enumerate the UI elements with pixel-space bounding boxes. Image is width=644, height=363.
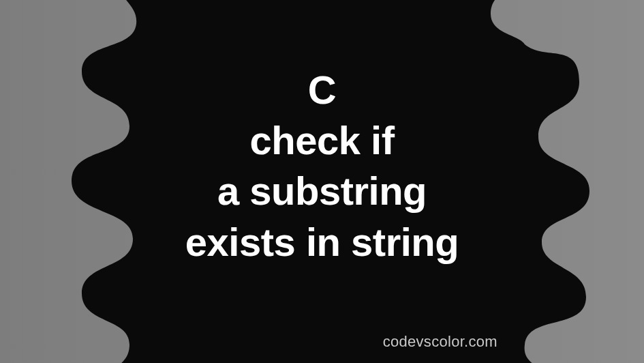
title-line-2: check if [0,115,644,166]
title-line-4: exists in string [0,217,644,267]
title-block: C check if a substring exists in string [0,65,644,267]
thumbnail-canvas: C check if a substring exists in string … [0,0,644,363]
watermark-text: codevscolor.com [383,333,497,351]
title-line-1: C [0,65,644,115]
title-line-3: a substring [0,166,644,216]
